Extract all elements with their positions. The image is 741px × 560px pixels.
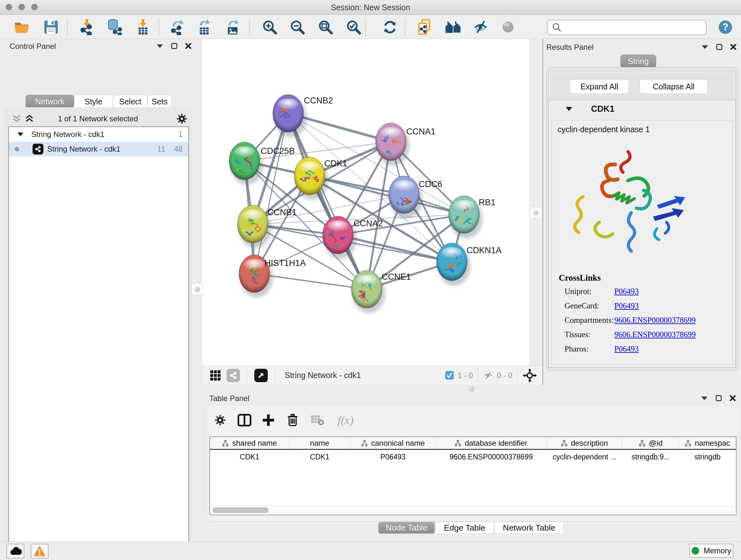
network-canvas[interactable]: CCNB2CCNA1CDC25BCDK1CDC6RB1CCNB1CCNA2CDK… bbox=[202, 39, 529, 366]
column-header-name[interactable]: name bbox=[289, 437, 350, 449]
crosslink-link[interactable]: P06493 bbox=[614, 301, 638, 310]
network-node-CCNA1[interactable]: CCNA1 bbox=[376, 123, 435, 166]
add-column-icon[interactable] bbox=[260, 412, 277, 428]
table-row[interactable]: CDK1CDK1P064939606.ENSP00000378699cyclin… bbox=[210, 450, 736, 464]
tab-node-table[interactable]: Node Table bbox=[378, 522, 435, 534]
export-network-icon[interactable] bbox=[168, 18, 186, 36]
import-network-file-icon[interactable] bbox=[78, 18, 96, 36]
column-header-database-identifier[interactable]: database identifier bbox=[435, 437, 547, 449]
panel-close-icon[interactable] bbox=[730, 395, 736, 401]
import-network-database-icon[interactable] bbox=[105, 18, 123, 36]
tab-string[interactable]: String bbox=[620, 55, 656, 68]
zoom-in-icon[interactable] bbox=[261, 18, 279, 36]
crosslink-link[interactable]: P06493 bbox=[614, 345, 638, 354]
panel-float-icon[interactable] bbox=[716, 44, 723, 50]
network-options-gear-icon[interactable] bbox=[176, 112, 188, 125]
selected-checkbox-icon[interactable] bbox=[445, 371, 454, 380]
delete-column-icon[interactable] bbox=[284, 412, 301, 428]
export-image-icon[interactable] bbox=[224, 18, 242, 36]
network-overview-icon[interactable] bbox=[444, 18, 462, 36]
tab-edge-table[interactable]: Edge Table bbox=[435, 522, 494, 534]
network-row[interactable]: String Network - cdk1 11 48 bbox=[9, 142, 188, 157]
collapse-all-button[interactable]: Collapse All bbox=[639, 79, 708, 94]
search-box[interactable] bbox=[547, 20, 706, 35]
control-splitter[interactable] bbox=[192, 39, 202, 542]
network-node-CCNE1[interactable]: CCNE1 bbox=[351, 270, 411, 313]
tab-network[interactable]: Network bbox=[25, 95, 74, 108]
node-label-CDC6: CDC6 bbox=[419, 179, 442, 189]
panel-menu-icon[interactable] bbox=[701, 396, 708, 400]
results-splitter[interactable] bbox=[529, 39, 542, 385]
table-splitter[interactable] bbox=[202, 385, 741, 393]
panel-menu-icon[interactable] bbox=[701, 45, 709, 49]
crosslink-link[interactable]: 9606.ENSP00000378699 bbox=[614, 330, 696, 339]
tab-sets[interactable]: Sets bbox=[147, 95, 172, 108]
search-input[interactable] bbox=[565, 21, 706, 34]
column-header-shared-name[interactable]: shared name bbox=[210, 437, 289, 449]
table-cell[interactable]: cyclin-dependent ... bbox=[547, 450, 622, 464]
refresh-icon[interactable] bbox=[381, 18, 399, 36]
table-gear-icon[interactable] bbox=[212, 412, 228, 428]
column-header-namespac[interactable]: namespac bbox=[679, 437, 736, 449]
table-cell[interactable]: P06493 bbox=[350, 450, 435, 464]
hide-selected-eye-icon[interactable] bbox=[472, 18, 489, 36]
network-edge-CCNB2-HIST1H1A[interactable] bbox=[254, 113, 288, 273]
help-icon[interactable]: ? bbox=[717, 18, 734, 36]
panel-close-icon[interactable] bbox=[730, 44, 737, 50]
table-cell[interactable]: 9606.ENSP00000378699 bbox=[435, 450, 547, 464]
network-node-CDKN1A[interactable]: CDKN1A bbox=[435, 243, 502, 286]
network-node-RB1[interactable]: RB1 bbox=[449, 196, 495, 239]
scrollbar-thumb[interactable] bbox=[212, 507, 269, 513]
network-selection-status: 1 of 1 Network selected bbox=[4, 114, 192, 123]
tab-select[interactable]: Select bbox=[113, 95, 147, 108]
network-node-CCNB2[interactable]: CCNB2 bbox=[265, 95, 333, 137]
table-cell[interactable]: stringdb:9... bbox=[622, 450, 679, 464]
network-node-CCNA2[interactable]: CCNA2 bbox=[323, 216, 383, 259]
table-cell[interactable]: CDK1 bbox=[210, 450, 289, 464]
expand-all-button[interactable]: Expand All bbox=[569, 79, 629, 94]
function-builder-icon[interactable]: f(x) bbox=[333, 412, 358, 428]
save-session-icon[interactable] bbox=[42, 18, 60, 36]
splitter-handle[interactable] bbox=[530, 207, 542, 219]
panel-float-icon[interactable] bbox=[171, 43, 178, 49]
zoom-fit-icon[interactable] bbox=[317, 18, 334, 36]
network-collection-row[interactable]: String Network - cdk1 1 bbox=[9, 127, 188, 142]
horizontal-scrollbar[interactable] bbox=[211, 506, 735, 514]
splitter-handle[interactable] bbox=[192, 284, 203, 295]
clone-network-icon[interactable] bbox=[415, 18, 433, 36]
zoom-selected-icon[interactable] bbox=[345, 18, 362, 36]
show-columns-icon[interactable] bbox=[236, 412, 253, 428]
delete-table-icon[interactable] bbox=[309, 412, 326, 428]
hidden-count: 0 - 0 bbox=[497, 371, 512, 380]
table-cell[interactable]: CDK1 bbox=[289, 450, 350, 464]
network-node-HIST1H1A[interactable]: HIST1H1A bbox=[239, 255, 306, 298]
network-view-icon[interactable] bbox=[226, 369, 240, 382]
export-table-icon[interactable] bbox=[195, 18, 213, 36]
table-cell[interactable]: stringdb bbox=[679, 450, 736, 464]
show-all-eye-icon[interactable] bbox=[499, 18, 517, 36]
crosslink-link[interactable]: P06493 bbox=[614, 287, 638, 296]
memory-button[interactable]: Memory bbox=[689, 544, 733, 558]
panel-menu-icon[interactable] bbox=[156, 44, 163, 48]
cloud-button[interactable] bbox=[6, 544, 24, 558]
tab-network-table[interactable]: Network Table bbox=[494, 522, 564, 534]
birdseye-navigator-icon[interactable] bbox=[523, 368, 537, 382]
column-header--id[interactable]: @id bbox=[622, 437, 679, 449]
panel-close-icon[interactable] bbox=[185, 43, 192, 49]
open-session-icon[interactable] bbox=[13, 18, 30, 36]
protein-structure-image bbox=[561, 142, 686, 267]
crosslink-link[interactable]: 9606.ENSP00000378699 bbox=[614, 316, 696, 325]
entry-expander-icon[interactable] bbox=[565, 107, 572, 111]
column-header-canonical-name[interactable]: canonical name bbox=[350, 437, 435, 449]
column-header-description[interactable]: description bbox=[547, 437, 622, 449]
tab-style[interactable]: Style bbox=[74, 95, 113, 108]
grid-view-icon[interactable] bbox=[210, 370, 221, 381]
import-table-file-icon[interactable] bbox=[134, 18, 152, 36]
detach-view-icon[interactable] bbox=[254, 369, 268, 382]
panel-float-icon[interactable] bbox=[716, 395, 722, 401]
warning-button[interactable] bbox=[30, 544, 49, 558]
zoom-out-icon[interactable] bbox=[288, 18, 307, 36]
collection-expander-icon[interactable] bbox=[17, 132, 23, 137]
gene-entry-header[interactable]: CDK1 bbox=[549, 100, 735, 118]
network-node-CDC25B[interactable]: CDC25B bbox=[229, 142, 295, 185]
